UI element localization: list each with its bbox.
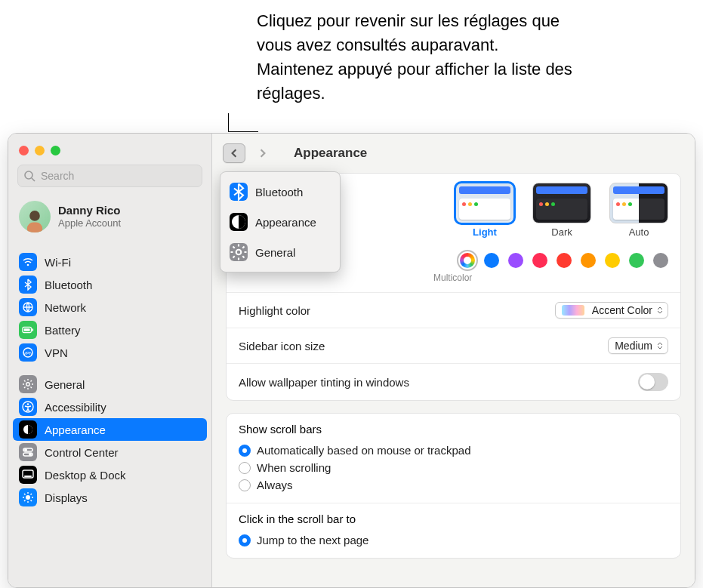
radio-label: Automatically based on mouse or trackpad bbox=[257, 444, 470, 457]
accent-color-swatches bbox=[460, 253, 668, 268]
back-button[interactable] bbox=[223, 143, 245, 163]
toolbar: Appearance bbox=[212, 134, 695, 173]
gear-icon bbox=[230, 243, 248, 261]
sidebar-item-label: Battery bbox=[45, 324, 201, 337]
wallpaper-tinting-label: Allow wallpaper tinting in windows bbox=[239, 376, 409, 389]
sidebar-nav: Wi-FiBluetoothNetworkBatteryVPNVPN Gener… bbox=[8, 242, 211, 518]
minimize-window-button[interactable] bbox=[35, 146, 45, 155]
svg-rect-8 bbox=[24, 328, 30, 331]
sidebar-icon-size-row: Sidebar icon size Medium bbox=[227, 328, 680, 364]
chevron-updown-icon bbox=[657, 341, 663, 350]
radio-label: When scrolling bbox=[257, 461, 331, 474]
history-item-label: General bbox=[255, 246, 295, 259]
account-subtitle: Apple Account bbox=[58, 217, 121, 229]
settings-window: Danny Rico Apple Account Wi-FiBluetoothN… bbox=[8, 133, 695, 588]
radio-icon bbox=[239, 534, 251, 546]
dock-icon bbox=[19, 466, 37, 484]
svg-text:VPN: VPN bbox=[23, 351, 32, 356]
click-scroll-option[interactable]: Jump to the next page bbox=[239, 531, 668, 549]
appearance-option-auto[interactable]: Auto bbox=[609, 183, 668, 238]
accent-swatch-9a4dff[interactable] bbox=[508, 253, 523, 268]
highlight-color-select[interactable]: Accent Color bbox=[555, 302, 668, 319]
svg-point-0 bbox=[25, 171, 32, 179]
svg-point-2 bbox=[29, 211, 40, 221]
avatar bbox=[19, 201, 51, 232]
accent-swatch-8e8e93[interactable] bbox=[653, 253, 668, 268]
sidebar-item-label: General bbox=[45, 378, 201, 391]
sidebar-item-label: Displays bbox=[45, 491, 201, 504]
history-item-appearance[interactable]: Appearance bbox=[225, 207, 335, 237]
appearance-option-light[interactable]: Light bbox=[455, 183, 514, 238]
appearance-icon bbox=[230, 213, 248, 231]
history-item-bluetooth[interactable]: Bluetooth bbox=[225, 177, 335, 207]
sidebar-item-desktop-dock[interactable]: Desktop & Dock bbox=[8, 463, 211, 486]
annotation-callout-line bbox=[228, 113, 258, 132]
scroll-bars-title: Show scroll bars bbox=[239, 423, 668, 436]
click-scroll-group: Click in the scroll bar to Jump to the n… bbox=[227, 503, 680, 558]
window-traffic-lights bbox=[8, 141, 211, 165]
annotation-text: Cliquez pour revenir sur les réglages qu… bbox=[257, 9, 574, 106]
zoom-window-button[interactable] bbox=[51, 146, 60, 155]
scrollbars-option[interactable]: When scrolling bbox=[239, 459, 668, 476]
appearance-thumb-light bbox=[455, 183, 514, 223]
svg-point-16 bbox=[25, 449, 26, 451]
history-item-general[interactable]: General bbox=[225, 237, 335, 267]
accent-color-caption: Multicolor bbox=[239, 272, 668, 283]
sidebar-icon-size-value: Medium bbox=[615, 340, 652, 352]
sidebar-item-label: Appearance bbox=[45, 423, 201, 436]
svg-point-21 bbox=[26, 495, 30, 500]
radio-icon bbox=[239, 479, 251, 491]
accent-swatch-ff3b30[interactable] bbox=[557, 253, 572, 268]
scroll-bars-group: Show scroll bars Automatically based on … bbox=[227, 414, 680, 503]
sidebar-item-wi-fi[interactable]: Wi-Fi bbox=[8, 251, 211, 273]
sidebar-item-label: Desktop & Dock bbox=[45, 469, 201, 482]
svg-rect-20 bbox=[24, 476, 32, 477]
sidebar-item-general[interactable]: General bbox=[8, 373, 211, 396]
content-pane: Appearance BluetoothAppearanceGeneral Li… bbox=[212, 134, 695, 587]
svg-point-11 bbox=[26, 383, 29, 386]
radio-label: Always bbox=[257, 479, 293, 491]
svg-rect-3 bbox=[27, 222, 42, 232]
forward-button[interactable] bbox=[251, 143, 274, 163]
svg-point-18 bbox=[29, 454, 31, 455]
sidebar-item-battery[interactable]: Battery bbox=[8, 319, 211, 341]
sidebar-item-label: Accessibility bbox=[45, 401, 201, 414]
switches-icon bbox=[19, 443, 37, 461]
accent-swatch-34c759[interactable] bbox=[629, 253, 644, 268]
sidebar-item-bluetooth[interactable]: Bluetooth bbox=[8, 273, 211, 296]
gear-icon bbox=[19, 375, 37, 393]
svg-line-26 bbox=[24, 494, 26, 495]
accent-swatch-0a7aff[interactable] bbox=[484, 253, 499, 268]
wallpaper-tinting-toggle[interactable] bbox=[638, 373, 668, 391]
appearance-option-dark[interactable]: Dark bbox=[532, 183, 591, 238]
page-title: Appearance bbox=[294, 146, 367, 161]
svg-point-31 bbox=[236, 250, 242, 255]
sidebar-item-appearance[interactable]: Appearance bbox=[13, 418, 207, 441]
sidebar-item-vpn[interactable]: VPNVPN bbox=[8, 341, 211, 364]
search-field-wrap bbox=[17, 165, 202, 187]
accent-swatch-ff9500[interactable] bbox=[581, 253, 596, 268]
accent-swatch-ffcc00[interactable] bbox=[605, 253, 620, 268]
svg-point-4 bbox=[27, 264, 29, 266]
svg-point-13 bbox=[27, 403, 29, 405]
radio-icon bbox=[239, 462, 251, 474]
scrollbars-option[interactable]: Always bbox=[239, 476, 668, 494]
history-item-label: Appearance bbox=[255, 216, 316, 229]
network-icon bbox=[19, 298, 37, 316]
account-row[interactable]: Danny Rico Apple Account bbox=[8, 195, 211, 242]
nav-history-popover: BluetoothAppearanceGeneral bbox=[220, 171, 341, 272]
sidebar-item-accessibility[interactable]: Accessibility bbox=[8, 396, 211, 418]
scrollbars-option[interactable]: Automatically based on mouse or trackpad bbox=[239, 442, 668, 459]
svg-line-27 bbox=[31, 500, 32, 502]
search-input[interactable] bbox=[17, 165, 202, 187]
sidebar-icon-size-select[interactable]: Medium bbox=[608, 337, 668, 354]
sidebar-item-control-center[interactable]: Control Center bbox=[8, 441, 211, 463]
highlight-color-label: Highlight color bbox=[239, 304, 310, 317]
sidebar-item-label: Wi-Fi bbox=[45, 256, 201, 269]
appearance-thumb-auto bbox=[609, 183, 668, 223]
close-window-button[interactable] bbox=[19, 146, 29, 155]
sidebar-item-displays[interactable]: Displays bbox=[8, 486, 211, 509]
accent-swatch-ff2d55[interactable] bbox=[532, 253, 547, 268]
sidebar-item-network[interactable]: Network bbox=[8, 296, 211, 319]
accent-swatch-multicolor[interactable] bbox=[460, 253, 475, 268]
